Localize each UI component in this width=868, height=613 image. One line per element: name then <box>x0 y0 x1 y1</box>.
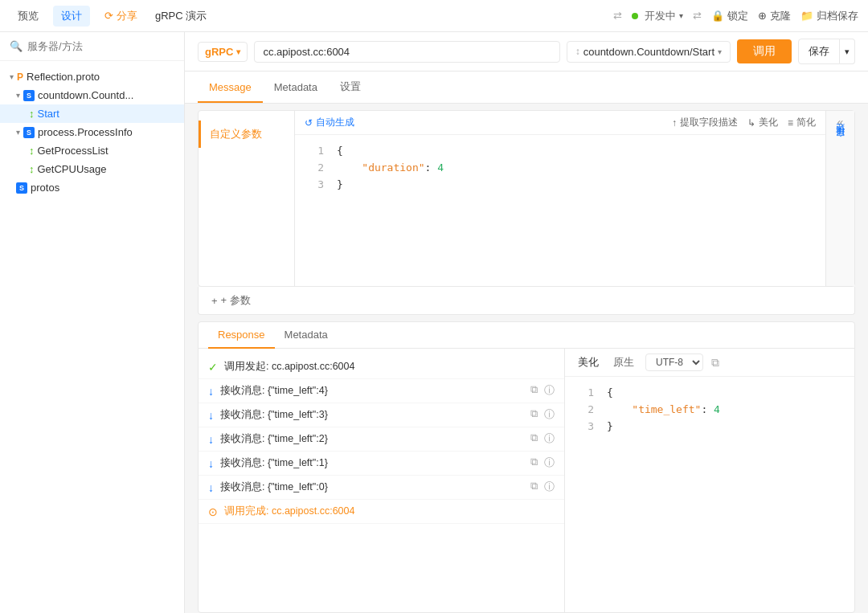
extract-fields-button[interactable]: ↑ 提取字段描述 <box>672 116 738 129</box>
response-tab-metadata[interactable]: Metadata <box>275 322 338 349</box>
code-key: "duration": 4 <box>337 160 444 177</box>
arrows-icon: ↕ <box>575 46 580 57</box>
share-button[interactable]: ⟳ 分享 <box>96 6 145 27</box>
code-brace-open: { <box>337 143 343 160</box>
log-text: 接收消息: {"time_left":0} <box>220 480 524 494</box>
info-icon[interactable]: ⓘ <box>544 432 555 446</box>
info-icon[interactable]: ⓘ <box>544 408 555 422</box>
log-item[interactable]: ↓ 接收消息: {"time_left":4} ⧉ ⓘ <box>199 379 564 403</box>
chevron-down-icon: ▾ <box>236 47 240 56</box>
copy-icon[interactable]: ⧉ <box>530 456 538 470</box>
copy-icon[interactable]: ⧉ <box>530 384 538 398</box>
log-actions[interactable]: ⧉ ⓘ <box>530 432 555 446</box>
collapse-button[interactable]: « <box>837 116 844 129</box>
sidebar-item-getcpuusage[interactable]: ↕ GetCPUUsage <box>0 160 184 178</box>
lock-button[interactable]: 🔒 锁定 <box>711 9 748 23</box>
response-tab-response[interactable]: Response <box>208 322 275 349</box>
request-body: 自定义参数 ↺ 自动生成 ↑ 提取字段描述 ↳ 美化 <box>198 110 855 287</box>
endpoint-select[interactable]: ↕ countdown.Countdown/Start ▾ <box>567 41 731 63</box>
service-icon: S <box>23 127 35 138</box>
simplify-button[interactable]: ≡ 简化 <box>788 116 816 129</box>
sidebar-item-reflection-proto[interactable]: ▾ P Reflection.proto <box>0 67 184 86</box>
chevron-down-icon: ▾ <box>718 47 722 56</box>
encoding-select[interactable]: UTF-8 <box>645 353 703 371</box>
add-icon: + <box>211 295 218 307</box>
editor-toolbar: ↺ 自动生成 ↑ 提取字段描述 ↳ 美化 ≡ 简化 <box>295 111 825 135</box>
beautify-icon: ↳ <box>747 117 755 129</box>
design-button[interactable]: 设计 <box>53 6 90 27</box>
sidebar-item-countdown-service[interactable]: ▾ S countdown.Countd... <box>0 86 184 104</box>
archive-save-button[interactable]: 📁 归档保存 <box>800 9 858 23</box>
info-icon[interactable]: ⓘ <box>544 384 555 398</box>
simplify-icon: ≡ <box>788 117 793 129</box>
recv-icon: ↓ <box>208 433 214 446</box>
sidebar-item-process-service[interactable]: ▾ S process.ProcessInfo <box>0 123 184 141</box>
log-item[interactable]: ↓ 接收消息: {"time_left":1} ⧉ ⓘ <box>199 452 564 476</box>
copy-icon[interactable]: ⧉ <box>530 480 538 494</box>
auto-gen-button[interactable]: ↺ 自动生成 <box>305 116 354 129</box>
log-text-complete: 调用完成: cc.apipost.cc:6004 <box>224 505 555 518</box>
status-dot <box>632 13 638 19</box>
log-item[interactable]: ↓ 接收消息: {"time_left":2} ⧉ ⓘ <box>199 427 564 452</box>
log-text: 接收消息: {"time_left":2} <box>220 432 524 446</box>
beautify-button[interactable]: ↳ 美化 <box>747 116 778 129</box>
code-editor[interactable]: 1 { 2 "duration": 4 3 } <box>295 135 825 201</box>
copy-icon[interactable]: ⧉ <box>530 408 538 422</box>
tab-settings[interactable]: 设置 <box>329 72 372 104</box>
save-dropdown-button[interactable]: ▾ <box>840 39 855 64</box>
info-icon[interactable]: ⓘ <box>544 480 555 494</box>
tree-area: ▾ P Reflection.proto ▾ S countdown.Count… <box>0 61 184 613</box>
log-actions[interactable]: ⧉ ⓘ <box>530 384 555 398</box>
save-button[interactable]: 保存 <box>798 39 840 64</box>
recv-icon: ↓ <box>208 457 214 470</box>
tab-message[interactable]: Message <box>198 73 263 103</box>
log-text: 接收消息: {"time_left":3} <box>220 408 524 422</box>
topbar-right: ⇄ 开发中 ▾ ⇄ 🔒 锁定 ⊕ 克隆 📁 归档保存 <box>613 9 858 23</box>
response-log: ✓ 调用发起: cc.apipost.cc:6004 ↓ 接收消息: {"tim… <box>199 349 565 612</box>
params-sidebar: 自定义参数 <box>199 111 295 286</box>
sidebar-item-start-method[interactable]: ↕ Start <box>0 104 184 123</box>
beautify-view-button[interactable]: 美化 <box>575 353 602 371</box>
success-icon: ✓ <box>208 361 218 374</box>
field-desc-label[interactable]: 字段描述 <box>834 132 846 151</box>
refresh-icon: ↺ <box>305 117 313 129</box>
response-content: ✓ 调用发起: cc.apipost.cc:6004 ↓ 接收消息: {"tim… <box>199 349 854 612</box>
log-actions[interactable]: ⧉ ⓘ <box>530 456 555 470</box>
topbar: 预览 设计 ⟳ 分享 gRPC 演示 ⇄ 开发中 ▾ ⇄ 🔒 锁定 ⊕ 克隆 📁… <box>0 0 868 32</box>
url-input[interactable] <box>254 41 559 63</box>
method-icon: ↕ <box>29 163 35 175</box>
log-item: ✓ 调用发起: cc.apipost.cc:6004 <box>199 355 564 379</box>
info-icon[interactable]: ⓘ <box>544 456 555 470</box>
recv-icon: ↓ <box>208 385 214 398</box>
line-number: 1 <box>305 143 324 160</box>
line-number: 2 <box>575 402 594 419</box>
clone-icon: ⊕ <box>758 10 767 22</box>
sidebar-item-protos[interactable]: S protos <box>0 178 184 197</box>
request-tabs-bar: Message Metadata 设置 <box>185 72 868 104</box>
log-item[interactable]: ↓ 接收消息: {"time_left":3} ⧉ ⓘ <box>199 403 564 427</box>
log-item[interactable]: ↓ 接收消息: {"time_left":0} ⧉ ⓘ <box>199 476 564 500</box>
method-select[interactable]: gRPC ▾ <box>198 42 248 62</box>
copy-icon[interactable]: ⧉ <box>530 432 538 446</box>
preview-button[interactable]: 预览 <box>10 6 47 27</box>
sidebar-item-getprocesslist[interactable]: ↕ GetProcessList <box>0 141 184 160</box>
response-tabs-bar: Response Metadata <box>199 322 854 349</box>
env-selector[interactable]: 开发中 ▾ <box>632 9 683 23</box>
response-json-toolbar: 美化 原生 UTF-8 ⧉ <box>565 349 854 377</box>
search-icon: 🔍 <box>10 40 23 52</box>
log-text: 接收消息: {"time_left":1} <box>220 456 524 470</box>
lock-icon: 🔒 <box>711 10 724 22</box>
add-params-row[interactable]: + + 参数 <box>198 287 855 315</box>
chevron-down-icon: ▾ <box>16 91 20 100</box>
copy-button[interactable]: ⧉ <box>711 356 719 370</box>
custom-params-item[interactable]: 自定义参数 <box>199 121 294 148</box>
log-actions[interactable]: ⧉ ⓘ <box>530 408 555 422</box>
log-actions[interactable]: ⧉ ⓘ <box>530 480 555 494</box>
service-icon: S <box>23 90 35 101</box>
raw-view-button[interactable]: 原生 <box>610 353 637 371</box>
send-button[interactable]: 调用 <box>737 39 792 63</box>
search-input[interactable] <box>27 40 174 52</box>
tab-metadata[interactable]: Metadata <box>263 73 329 103</box>
line-number: 3 <box>575 419 594 435</box>
clone-button[interactable]: ⊕ 克隆 <box>758 9 791 23</box>
